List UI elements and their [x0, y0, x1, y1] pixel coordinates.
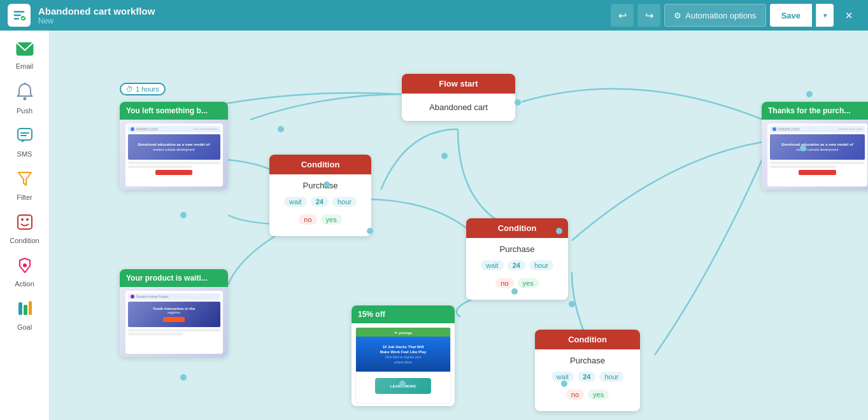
header-actions: ↩ ↪ ⚙ Automation options Save ▾ × [611, 4, 860, 27]
undo-button[interactable]: ↩ [611, 4, 634, 27]
svg-point-10 [26, 218, 29, 221]
connector-dot-13 [180, 212, 187, 218]
main-layout: Email Push SMS [0, 31, 868, 420]
email-node-1[interactable]: You left something b... FIVERR LOGOView … [120, 102, 228, 190]
condition-node-3-body: Purchase wait 24 hour no yes [535, 349, 640, 411]
filter-icon [17, 171, 33, 191]
connector-dot-4 [441, 153, 448, 159]
connector-dot-5 [515, 99, 521, 106]
connector-dot-9 [561, 381, 567, 387]
svg-marker-7 [18, 172, 31, 185]
yes-tag-2: yes [518, 278, 539, 288]
email-node-3-header: Thanks for the purch... [762, 102, 868, 120]
filter-label: Filter [17, 193, 32, 201]
workflow-subtitle: New [38, 17, 603, 25]
sidebar-item-action[interactable]: Action [4, 252, 46, 293]
sidebar-item-goal[interactable]: Goal [4, 295, 46, 336]
condition-node-1-body: Purchase wait 24 hour no yes [269, 174, 371, 236]
connector-dot-6 [556, 228, 562, 234]
email-node-2[interactable]: Your product is waiti... Student Activit… [120, 269, 228, 357]
connector-dot-14 [180, 374, 187, 381]
email-preview-3: FIVERR LOGOView the email online Emotion… [762, 120, 868, 190]
save-button[interactable]: Save [770, 4, 812, 27]
action-label: Action [15, 280, 34, 288]
svg-rect-15 [29, 301, 32, 315]
redo-button[interactable]: ↪ [637, 4, 660, 27]
condition-icon [17, 214, 33, 234]
email-label: Email [16, 62, 34, 70]
sidebar-item-sms[interactable]: SMS [4, 122, 46, 163]
num-tag-2: 24 [508, 260, 525, 270]
hour-tag-2: hour [529, 260, 553, 270]
goal-icon [17, 300, 33, 321]
hour-tag-1: hour [332, 197, 357, 207]
condition-node-3-header: Condition [535, 330, 640, 349]
flow-start-node[interactable]: Flow start Abandoned cart [402, 74, 515, 121]
clock-icon: ⏱ [126, 85, 133, 93]
condition-label: Condition [10, 237, 39, 244]
svg-rect-13 [18, 302, 22, 315]
connector-dot-2 [324, 181, 330, 188]
app-header: Abandoned cart workflow New ↩ ↪ ⚙ Automa… [0, 0, 868, 31]
workflow-canvas[interactable]: ⏱ 1 hours Flow start Abandoned cart You … [50, 31, 868, 420]
num-tag-3: 24 [578, 372, 595, 382]
action-icon [17, 257, 33, 277]
connector-dot-16 [806, 91, 813, 97]
promo-email-header: 15% off [352, 305, 455, 323]
wait-tag-1: wait [284, 197, 307, 207]
svg-rect-4 [18, 129, 32, 140]
condition-node-1-header: Condition [269, 155, 371, 174]
email-node-3[interactable]: Thanks for the purch... FIVERR LOGOView … [762, 102, 868, 190]
svg-point-12 [23, 263, 27, 267]
save-dropdown-button[interactable]: ▾ [816, 4, 834, 27]
automation-options-button[interactable]: ⚙ Automation options [664, 4, 765, 27]
connector-dot-11 [399, 381, 406, 387]
promo-preview: ✦ younge 10 Job Hacks That Will Make Wor… [352, 323, 455, 406]
yes-tag-1: yes [321, 214, 342, 225]
email-node-2-header: Your product is waiti... [120, 269, 228, 287]
email-icon [16, 42, 34, 60]
condition-node-1[interactable]: Condition Purchase wait 24 hour no yes [269, 155, 371, 236]
condition-node-2-header: Condition [466, 218, 568, 238]
connector-dot-7 [511, 288, 518, 295]
promo-email-node[interactable]: 15% off ✦ younge 10 Job Hacks That Will … [352, 305, 455, 406]
no-tag-3: no [566, 389, 584, 400]
workflow-title: Abandoned cart workflow [38, 6, 603, 17]
sidebar-item-push[interactable]: Push [4, 78, 46, 120]
hour-tag-3: hour [599, 372, 623, 382]
no-tag-1: no [299, 214, 317, 225]
close-button[interactable]: × [837, 4, 860, 27]
num-tag-1: 24 [311, 197, 329, 207]
flow-start-header: Flow start [402, 74, 515, 94]
svg-rect-14 [24, 305, 27, 315]
header-title-group: Abandoned cart workflow New [38, 6, 603, 25]
goal-label: Goal [17, 323, 32, 331]
connector-dot-8 [569, 301, 575, 307]
svg-point-9 [21, 218, 24, 221]
condition-node-3[interactable]: Condition Purchase wait 24 hour no yes [535, 330, 640, 411]
email-node-1-header: You left something b... [120, 102, 228, 120]
sidebar-item-email[interactable]: Email [4, 37, 46, 75]
svg-rect-8 [18, 215, 32, 229]
connector-dot-1 [278, 126, 284, 132]
connector-dot-15 [800, 145, 806, 151]
gear-icon: ⚙ [674, 11, 681, 20]
yes-tag-3: yes [588, 389, 609, 400]
time-badge: ⏱ 1 hours [120, 83, 166, 95]
connector-dot-3 [367, 228, 373, 234]
email-preview-1: FIVERR LOGOView the email online Emotion… [120, 120, 228, 190]
sidebar: Email Push SMS [0, 31, 50, 420]
flow-start-body: Abandoned cart [402, 94, 515, 121]
app-logo [8, 4, 31, 27]
push-label: Push [17, 107, 32, 115]
no-tag-2: no [495, 278, 513, 288]
wait-tag-2: wait [481, 260, 504, 270]
svg-point-2 [23, 97, 26, 101]
sms-icon [17, 127, 33, 148]
sms-label: SMS [17, 150, 32, 158]
email-preview-2: Student Activity Project Youth interacti… [120, 287, 228, 357]
condition-node-2[interactable]: Condition Purchase wait 24 hour no yes [466, 218, 568, 300]
sidebar-item-condition[interactable]: Condition [4, 209, 46, 249]
push-icon [17, 83, 33, 104]
sidebar-item-filter[interactable]: Filter [4, 165, 46, 206]
